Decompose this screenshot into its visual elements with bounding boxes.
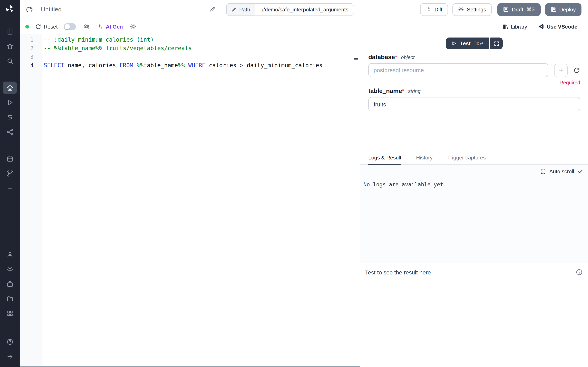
bottom-drawer-handle[interactable] bbox=[20, 366, 360, 367]
table-name-input[interactable] bbox=[368, 97, 580, 111]
table-name-field-label: table_name* string bbox=[368, 87, 580, 94]
test-expand-button[interactable] bbox=[490, 38, 503, 49]
gear-icon[interactable] bbox=[3, 263, 17, 275]
folder-icon[interactable] bbox=[3, 292, 17, 305]
reset-button[interactable]: Reset bbox=[35, 24, 58, 30]
tab-history[interactable]: History bbox=[416, 155, 433, 164]
required-note: Required bbox=[368, 80, 580, 86]
script-title[interactable]: Untitled bbox=[41, 6, 209, 13]
auto-scroll-label[interactable]: Auto scroll bbox=[549, 168, 574, 175]
path-label: Path bbox=[239, 6, 250, 12]
main-area: Untitled Path u/demo/safe_interpolated_a… bbox=[20, 0, 588, 367]
windmill-logo[interactable] bbox=[4, 4, 15, 14]
line-number-active: 4 bbox=[20, 61, 34, 70]
postgresql-icon bbox=[25, 5, 34, 13]
variables-dollar-icon[interactable] bbox=[3, 111, 17, 123]
line-number: 3 bbox=[20, 53, 34, 61]
home-icon[interactable] bbox=[3, 82, 17, 94]
expand-icon bbox=[494, 41, 499, 46]
tab-logs-result[interactable]: Logs & Result bbox=[368, 155, 401, 164]
collapse-arrow-right-icon[interactable] bbox=[3, 350, 17, 363]
grid-icon[interactable] bbox=[3, 307, 17, 319]
deploy-button[interactable]: Deploy bbox=[545, 3, 581, 16]
path-label-segment[interactable]: Path bbox=[227, 3, 255, 15]
info-icon[interactable] bbox=[576, 269, 583, 276]
runs-play-icon[interactable] bbox=[3, 96, 17, 108]
logs-empty-message: No logs are available yet bbox=[363, 182, 443, 188]
search-icon[interactable] bbox=[3, 55, 17, 67]
run-form: Test ⌘↵ database* object bbox=[360, 34, 588, 152]
database-field-label: database* object bbox=[368, 53, 580, 60]
save-icon bbox=[503, 7, 509, 12]
user-icon[interactable] bbox=[3, 248, 17, 261]
tab-trigger-captures[interactable]: Trigger captures bbox=[447, 155, 486, 164]
line-number: 2 bbox=[20, 44, 34, 53]
plus-icon[interactable] bbox=[3, 182, 17, 194]
edit-title-pencil-icon[interactable] bbox=[209, 5, 216, 13]
book-icon[interactable] bbox=[3, 25, 17, 38]
test-split-button: Test ⌘↵ bbox=[446, 38, 503, 49]
refresh-icon bbox=[573, 67, 580, 74]
pencil-icon bbox=[231, 7, 236, 12]
add-resource-button[interactable] bbox=[554, 63, 568, 77]
field-type: object bbox=[401, 55, 415, 60]
top-header: Untitled Path u/demo/safe_interpolated_a… bbox=[20, 0, 588, 19]
use-vscode-button[interactable]: Use VScode bbox=[538, 23, 577, 30]
app-window: Untitled Path u/demo/safe_interpolated_a… bbox=[0, 0, 588, 367]
ai-gen-button[interactable]: AI Gen bbox=[97, 23, 123, 30]
line-number: 1 bbox=[20, 35, 34, 44]
path-field[interactable]: Path u/demo/safe_interpolated_arguments bbox=[226, 3, 354, 16]
settings-button[interactable]: Settings bbox=[453, 3, 492, 16]
refresh-icon bbox=[35, 24, 41, 30]
path-value[interactable]: u/demo/safe_interpolated_arguments bbox=[255, 3, 354, 15]
test-button[interactable]: Test ⌘↵ bbox=[446, 38, 489, 49]
draft-button[interactable]: Draft ⌘S bbox=[498, 3, 540, 16]
library-icon bbox=[502, 24, 508, 30]
library-button[interactable]: Library bbox=[502, 24, 527, 30]
run-panel: Test ⌘↵ database* object bbox=[360, 34, 588, 367]
header-actions: Diff Settings Draft ⌘S Deploy bbox=[420, 3, 581, 16]
auto-scroll-control[interactable]: Auto scroll bbox=[540, 168, 583, 175]
flows-branch-icon[interactable] bbox=[3, 167, 17, 179]
required-asterisk: * bbox=[402, 87, 405, 94]
sparkles-icon bbox=[97, 23, 103, 30]
code-line-1[interactable]: 1 -- :daily_minimum_calories (int) bbox=[20, 35, 360, 44]
refresh-resources-button[interactable] bbox=[573, 67, 580, 74]
code-editor[interactable]: 1 -- :daily_minimum_calories (int) 2 -- … bbox=[20, 34, 360, 367]
editor-gutter bbox=[20, 34, 43, 367]
status-dot bbox=[25, 25, 29, 28]
code-line-2[interactable]: 2 -- %%table_name%% fruits/vegetables/ce… bbox=[20, 44, 360, 53]
draft-shortcut: ⌘S bbox=[527, 7, 535, 12]
star-icon[interactable] bbox=[3, 40, 17, 52]
resources-share-icon[interactable] bbox=[3, 125, 17, 138]
result-panel: Test to see the result here bbox=[360, 263, 588, 367]
diff-icon bbox=[426, 7, 432, 12]
script-title-box[interactable]: Untitled bbox=[39, 3, 219, 16]
code-line-4[interactable]: 4 SELECT name, calories FROM %%table_nam… bbox=[20, 61, 360, 70]
help-icon[interactable] bbox=[3, 336, 17, 348]
gear-icon bbox=[458, 7, 464, 12]
result-hint: Test to see the result here bbox=[365, 269, 582, 276]
field-type: string bbox=[408, 89, 421, 94]
sidebar bbox=[0, 0, 20, 367]
briefcase-icon[interactable] bbox=[3, 278, 17, 290]
required-asterisk: * bbox=[395, 53, 397, 60]
content-split: 1 -- :daily_minimum_calories (int) 2 -- … bbox=[20, 34, 588, 367]
vscode-icon bbox=[538, 23, 544, 30]
code-line-3[interactable]: 3 bbox=[20, 53, 360, 61]
play-icon bbox=[451, 41, 456, 46]
editor-toolbar: Reset AI Gen Library bbox=[20, 19, 588, 34]
editor-settings-gear-icon[interactable] bbox=[129, 22, 137, 31]
database-input[interactable] bbox=[368, 63, 548, 77]
collab-toggle[interactable] bbox=[64, 23, 76, 30]
expand-icon[interactable] bbox=[540, 169, 546, 174]
plus-icon bbox=[558, 67, 564, 73]
check-icon bbox=[577, 169, 583, 174]
save-icon bbox=[551, 7, 556, 12]
test-shortcut: ⌘↵ bbox=[474, 41, 484, 46]
scroll-ruler-mark bbox=[354, 58, 358, 59]
result-tabs: Logs & Result History Trigger captures bbox=[360, 152, 588, 165]
users-icon[interactable] bbox=[82, 22, 91, 31]
diff-button[interactable]: Diff bbox=[420, 3, 448, 16]
schedules-calendar-icon[interactable] bbox=[3, 152, 17, 165]
